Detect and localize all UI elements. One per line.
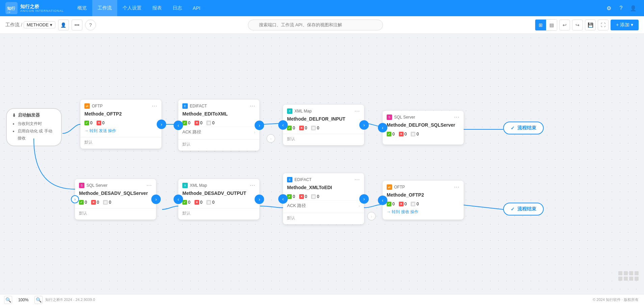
search-box: 🔍 <box>99 20 532 30</box>
zoom-in-btn[interactable]: 🔍 <box>34 296 43 304</box>
card-xmlmap1: X XML Map ··· Methode_DELFOR_INPUT ✓ 0 ✕… <box>283 105 364 145</box>
logo-text: 知行之桥 <box>20 4 64 9</box>
user-icon-btn[interactable]: 👤 <box>628 3 639 14</box>
card-oftp1: ⇄ OFTP ··· Methode_OFTP2 ✓ 0 ✕ 0 → 转到 发送… <box>80 100 161 149</box>
connector-right-oftp1[interactable]: › <box>157 120 166 129</box>
card-more-edifact1[interactable]: ··· <box>250 103 255 109</box>
mm-dot-2 <box>624 271 628 275</box>
card-footer-xmlmap2: 默认 <box>178 208 259 220</box>
card-type-edifact1: E EDIFACT <box>182 103 207 109</box>
zoom-level: 100% <box>15 298 32 302</box>
connector-left-oftp2[interactable]: ‹ <box>378 196 387 205</box>
breadcrumb-dropdown[interactable]: METHODE ▾ <box>24 21 55 28</box>
start-trigger-title: ⬇ 启动触发器 <box>12 112 56 118</box>
add-button[interactable]: + 添加 ▾ <box>611 20 639 30</box>
card-more-xmlmap2[interactable]: ··· <box>250 182 255 188</box>
card-more-oftp1[interactable]: ··· <box>152 103 157 109</box>
stat-red-oftp2: ✕ 0 <box>399 202 407 206</box>
card-header-sqlserver2: S SQL Server ··· <box>75 179 156 190</box>
logo: 知行 之桥 知行之桥 ANICON INTERNATIONAL <box>5 2 64 14</box>
connector-right-sqlserver2[interactable]: › <box>151 195 161 204</box>
ack-path-arrow-e1: › <box>254 130 255 135</box>
view-toggle-group: ⊞ ▤ <box>535 19 557 31</box>
fullscreen-btn[interactable]: ⛶ <box>598 20 609 30</box>
mm-dot-8 <box>635 277 639 281</box>
nav-workflow[interactable]: 工作流 <box>92 0 117 16</box>
connector-left-sqlserver1[interactable]: ‹ <box>378 123 387 132</box>
stat-green-edifact1: ✓ 0 <box>182 121 190 125</box>
connector-right-xmlmap2[interactable]: › <box>255 195 264 204</box>
end-node-1: ✓ 流程结束 <box>503 122 544 134</box>
stat-dot-green-s2: ✓ <box>79 200 84 205</box>
nav-right: ⚙ ? 👤 <box>603 3 639 14</box>
undo-btn[interactable]: ↩ <box>559 20 570 30</box>
connector-left-edifact1[interactable]: ‹ <box>174 121 183 130</box>
card-header-xmlmap2: X XML Map ··· <box>178 179 259 190</box>
grid-view-btn[interactable]: ⊞ <box>535 20 546 30</box>
mm-dot-6 <box>624 277 628 281</box>
card-type-label-edifact2: EDIFACT <box>294 177 312 182</box>
card-type-xmlmap1: X XML Map <box>287 108 312 114</box>
save-btn[interactable]: 💾 <box>585 20 596 30</box>
nav-api[interactable]: API <box>187 0 206 16</box>
stat-dot-gray-o2: ▤ <box>411 202 415 206</box>
card-type-xmlmap2: X XML Map <box>182 183 207 188</box>
card-header-xmlmap1: X XML Map ··· <box>283 105 364 116</box>
card-title-edifact1: Methode_EDIToXML <box>178 111 259 119</box>
connector-right-xmlmap1[interactable]: › <box>359 120 369 130</box>
help-btn[interactable]: ? <box>85 20 96 30</box>
connector-right-edifact2[interactable]: › <box>359 194 369 204</box>
connector-left-edifact2[interactable]: ‹ <box>278 194 288 204</box>
more-btn[interactable]: ••• <box>72 20 82 30</box>
card-link-oftp1[interactable]: → 转到 发送 操作 <box>80 127 161 135</box>
nav-settings[interactable]: 个人设置 <box>117 0 147 16</box>
logo-icon: 知行 之桥 <box>5 2 18 14</box>
end-node-2: ✓ 流程结束 <box>503 203 544 215</box>
mm-dot-1 <box>618 271 622 275</box>
connector-left-xmlmap2[interactable]: ‹ <box>174 195 183 204</box>
redo-btn[interactable]: ↪ <box>572 20 583 30</box>
card-more-sqlserver2[interactable]: ··· <box>147 182 152 188</box>
help-icon-btn[interactable]: ? <box>616 3 626 14</box>
card-stats-oftp2: ✓ 0 ✕ 0 ▤ 0 <box>383 200 464 208</box>
zoom-out-btn[interactable]: 🔍 <box>4 296 12 304</box>
toolbar-right: ⊞ ▤ ↩ ↪ 💾 ⛶ + 添加 ▾ <box>535 19 639 31</box>
ack-path-label-e1: ACK 路径 <box>182 129 201 135</box>
card-edifact1: E EDIFACT ··· Methode_EDIToXML ✓ 0 ✕ 0 ▤… <box>178 100 259 151</box>
main-nav: 概览 工作流 个人设置 报表 日志 API <box>72 0 206 16</box>
card-more-sqlserver1[interactable]: ··· <box>454 114 460 120</box>
oftp-icon: ⇄ <box>84 103 90 109</box>
connector-right-edifact1[interactable]: › <box>255 121 264 130</box>
card-more-xmlmap1[interactable]: ··· <box>355 108 360 114</box>
stat-dot-red-s1: ✕ <box>399 132 404 136</box>
card-link-oftp2[interactable]: → 转到 接收 操作 <box>383 208 464 216</box>
card-header-sqlserver1: S SQL Server ··· <box>383 111 464 122</box>
card-header-oftp2: ⇄ OFTP ··· <box>383 181 464 192</box>
card-type-oftp2: ⇄ OFTP <box>387 184 405 190</box>
card-footer-oftp1: 默认 <box>80 137 161 149</box>
end-node-1-check: ✓ <box>511 125 515 131</box>
search-input[interactable] <box>248 20 383 30</box>
connector-left-sqlserver2[interactable]: › <box>71 195 79 203</box>
settings-icon-btn[interactable]: ⚙ <box>603 3 614 14</box>
stat-red-edifact2: ✕ 0 <box>299 194 307 199</box>
nav-reports[interactable]: 报表 <box>147 0 167 16</box>
nav-logs[interactable]: 日志 <box>167 0 187 16</box>
card-more-edifact2[interactable]: ··· <box>355 177 360 183</box>
stat-red-sqlserver1: ✕ 0 <box>399 132 407 136</box>
card-title-oftp1: Methode_OFTP2 <box>80 111 161 119</box>
stat-dot-red-s2: ✕ <box>91 200 96 205</box>
list-view-btn[interactable]: ▤ <box>546 20 557 30</box>
start-trigger: ⬇ 启动触发器 当收到文件时 启用自动化 或 手动接收 <box>6 108 62 146</box>
svg-point-7 <box>367 212 376 220</box>
canvas[interactable]: › › ⬇ 启动触发器 当收到文件时 启用自动化 或 手动接收 ⇄ OFTP ·… <box>0 34 644 294</box>
stat-dot-red-e2: ✕ <box>299 194 304 199</box>
card-more-oftp2[interactable]: ··· <box>454 184 460 190</box>
breadcrumb-root[interactable]: 工作流 <box>5 22 20 28</box>
ack-path-arrow-e2: › <box>359 203 360 208</box>
user-btn[interactable]: 👤 <box>58 20 69 30</box>
connector-left-xmlmap1[interactable]: ‹ <box>278 120 288 130</box>
nav-overview[interactable]: 概览 <box>72 0 92 16</box>
xmlmap-icon2: X <box>182 183 188 188</box>
stat-gray-edifact1: ▤ 0 <box>206 121 214 125</box>
